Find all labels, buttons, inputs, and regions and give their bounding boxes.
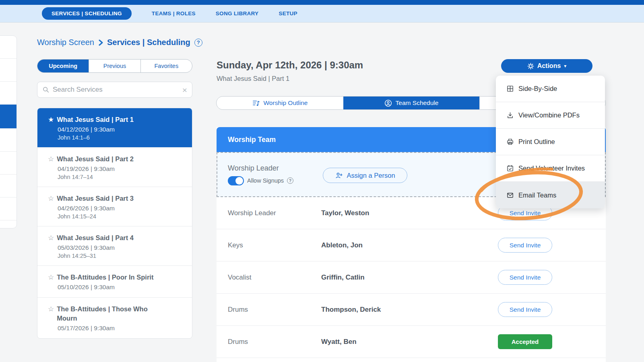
- favorite-star-icon[interactable]: ☆: [48, 273, 54, 282]
- service-list-item[interactable]: ★ What Jesus Said | Part 1 04/12/2026 | …: [37, 108, 192, 148]
- tab-worship-outline[interactable]: Worship Outline: [217, 97, 343, 109]
- favorite-star-icon[interactable]: ☆: [48, 304, 54, 314]
- primary-nav: SERVICES | SCHEDULING TEAMS | ROLES SONG…: [0, 5, 644, 23]
- background-list-panel: [0, 35, 17, 228]
- download-icon: [506, 111, 514, 119]
- menu-item-send-volunteer-invites[interactable]: Send Volunteer Invites: [496, 155, 605, 182]
- caret-down-icon: ▾: [564, 63, 566, 69]
- service-filter-tabs: Upcoming Previous Favorites: [37, 59, 192, 73]
- actions-dropdown-menu: Side-By-Side View/Combine PDFs: [496, 76, 605, 208]
- filter-tab-upcoming[interactable]: Upcoming: [37, 60, 89, 72]
- search-services-input[interactable]: [53, 86, 182, 94]
- service-datetime: 04/12/2026 | 9:30am: [48, 126, 186, 133]
- background-list-row: [0, 82, 17, 105]
- service-datetime: 04/26/2026 | 9:30am: [48, 205, 186, 212]
- service-title: What Jesus Said | Part 2: [57, 154, 134, 164]
- team-row-person: Thompson, Derick: [321, 306, 498, 314]
- calendar-check-icon: [506, 165, 514, 172]
- send-invite-button[interactable]: Send Invite: [498, 302, 552, 317]
- breadcrumb-current: Services | Scheduling: [107, 38, 190, 47]
- background-list-row: [0, 129, 17, 152]
- service-scripture: John 14:7–14: [48, 174, 186, 180]
- service-title: The B-Attitudes | Poor In Spirit: [57, 273, 153, 282]
- allow-signups-toggle[interactable]: [228, 176, 244, 185]
- menu-item-email-teams[interactable]: Email Teams: [496, 182, 605, 208]
- service-date-heading: Sunday, Apr 12th, 2026 | 9:30am: [217, 60, 363, 71]
- nav-tab-song-library[interactable]: SONG LIBRARY: [216, 10, 259, 16]
- actions-button-label: Actions: [537, 62, 561, 70]
- breadcrumb-parent-link[interactable]: Worship Screen: [37, 38, 94, 47]
- team-row-role: Vocalist: [228, 274, 321, 282]
- send-invite-button[interactable]: Send Invite: [498, 238, 552, 253]
- team-row-role: Drums: [228, 338, 321, 346]
- nav-tab-teams-roles[interactable]: TEAMS | ROLES: [152, 10, 196, 16]
- team-row: Drums Thompson, Derick Send Invite: [217, 294, 606, 326]
- gear-icon: [527, 63, 534, 70]
- service-datetime: 05/17/2026 | 9:30am: [48, 325, 186, 332]
- team-row-role: Keys: [228, 241, 321, 249]
- menu-item-label: View/Combine PDFs: [518, 111, 580, 119]
- team-row: Keys Ableton, Jon Send Invite: [217, 229, 606, 261]
- printer-icon: [506, 138, 514, 146]
- service-title: What Jesus Said | Part 3: [57, 194, 134, 203]
- menu-item-side-by-side[interactable]: Side-By-Side: [496, 76, 605, 102]
- service-scripture: John 14:15–24: [48, 213, 186, 220]
- open-position-role: Worship Leader: [228, 164, 293, 173]
- assign-a-person-button[interactable]: Assign a Person: [323, 168, 407, 183]
- service-datetime: 05/10/2026 | 9:30am: [48, 284, 186, 291]
- service-list-item[interactable]: ☆ The B-Attitudes | Poor In Spirit 05/10…: [37, 266, 192, 298]
- favorite-star-icon[interactable]: ★: [48, 115, 54, 124]
- team-row-person: Griffin, Catlin: [321, 274, 498, 282]
- background-list-row: [0, 36, 17, 59]
- help-icon[interactable]: ?: [194, 39, 202, 47]
- menu-item-print-outline[interactable]: Print Outline: [496, 129, 605, 155]
- help-icon[interactable]: ?: [287, 177, 293, 184]
- filter-tab-favorites[interactable]: Favorites: [141, 60, 192, 72]
- favorite-star-icon[interactable]: ☆: [48, 233, 54, 243]
- send-invite-button[interactable]: Send Invite: [498, 270, 552, 285]
- menu-item-label: Send Volunteer Invites: [518, 165, 585, 172]
- service-list-item[interactable]: ☆ The B-Attitudes | Those Who Mourn 05/1…: [37, 298, 192, 338]
- service-list-item[interactable]: ☆ What Jesus Said | Part 2 04/19/2026 | …: [37, 148, 192, 187]
- tab-worship-outline-label: Worship Outline: [264, 99, 308, 107]
- menu-item-label: Email Teams: [518, 191, 556, 199]
- clear-search-icon[interactable]: ×: [182, 86, 187, 94]
- service-list-item[interactable]: ☆ What Jesus Said | Part 4 05/03/2026 | …: [37, 226, 192, 266]
- envelope-icon: [506, 191, 514, 199]
- app-screen: SERVICES | SCHEDULING TEAMS | ROLES SONG…: [0, 0, 644, 362]
- actions-button[interactable]: Actions ▾: [501, 59, 592, 73]
- team-row-role: Drums: [228, 306, 321, 314]
- grid-icon: [506, 85, 514, 93]
- background-list-row: [0, 175, 17, 197]
- filter-tab-previous[interactable]: Previous: [89, 60, 140, 72]
- nav-tab-services-scheduling[interactable]: SERVICES | SCHEDULING: [42, 7, 132, 20]
- favorite-star-icon[interactable]: ☆: [48, 194, 54, 203]
- nav-tab-setup[interactable]: SETUP: [279, 10, 297, 16]
- chevron-right-icon: [97, 39, 104, 46]
- service-list-item[interactable]: ☆ What Jesus Said | Part 3 04/26/2026 | …: [37, 187, 192, 226]
- team-name: Worship Team: [228, 136, 276, 144]
- services-list: ★ What Jesus Said | Part 1 04/12/2026 | …: [37, 108, 192, 339]
- menu-item-label: Side-By-Side: [518, 85, 557, 93]
- service-title: What Jesus Said | Part 1: [57, 115, 134, 124]
- service-title: The B-Attitudes | Those Who Mourn: [57, 304, 169, 323]
- background-list-row: [0, 197, 17, 220]
- allow-signups-label: Allow Signups: [247, 177, 284, 184]
- service-scripture: John 14:25–31: [48, 253, 186, 259]
- background-list-row: [0, 59, 17, 82]
- menu-item-view-combine-pdfs[interactable]: View/Combine PDFs: [496, 102, 605, 129]
- menu-item-label: Print Outline: [518, 138, 555, 146]
- team-row-person: Wyatt, Ben: [321, 338, 498, 346]
- team-row-role: Worship Leader: [228, 209, 321, 217]
- top-title-strip: [0, 0, 644, 5]
- favorite-star-icon[interactable]: ☆: [48, 154, 54, 164]
- tab-team-schedule[interactable]: Team Schedule: [343, 97, 479, 109]
- tab-team-schedule-label: Team Schedule: [396, 99, 439, 107]
- status-badge-accepted: Accepted: [498, 334, 552, 349]
- person-plus-icon: [335, 171, 343, 179]
- background-list-row-selected: [0, 105, 17, 129]
- service-title: What Jesus Said | Part 4: [57, 233, 134, 243]
- search-services-box: ×: [37, 82, 192, 98]
- breadcrumb: Worship Screen Services | Scheduling ?: [37, 38, 202, 47]
- team-row-person: Taylor, Weston: [321, 209, 498, 217]
